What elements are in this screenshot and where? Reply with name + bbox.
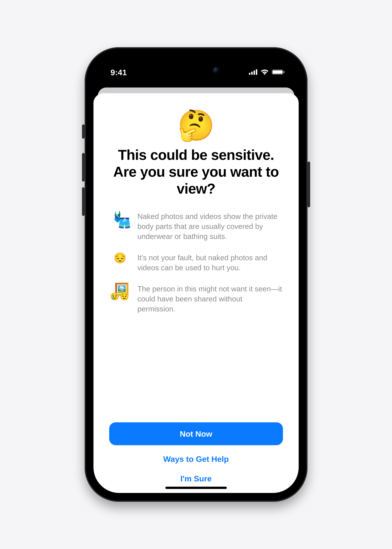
svg-rect-0 (249, 73, 250, 75)
dynamic-island (169, 62, 223, 78)
screen: 9:41 (93, 56, 299, 493)
status-time: 9:41 (111, 68, 127, 77)
side-button (308, 162, 310, 207)
svg-rect-1 (251, 72, 253, 75)
silent-switch (82, 124, 84, 139)
not-now-button[interactable]: Not Now (109, 422, 283, 445)
svg-rect-6 (284, 71, 285, 73)
sheet-title: This could be sensitive. Are you sure yo… (109, 146, 283, 197)
svg-rect-3 (256, 69, 257, 75)
svg-rect-2 (253, 70, 255, 75)
cellular-signal-icon (249, 69, 258, 75)
swimsuit-icon: 🩱 🩳 (110, 211, 130, 231)
bullet-text: The person in this might not want it see… (138, 284, 282, 314)
bullet-text: It's not your fault, but naked photos an… (138, 253, 282, 273)
pensive-face-icon: 😔 (110, 253, 130, 263)
iphone-frame: 9:41 (84, 47, 308, 502)
wifi-icon (261, 69, 269, 76)
volume-up-button (82, 153, 84, 182)
bullet-item: 🩱 🩳 Naked photos and videos show the pri… (110, 211, 282, 241)
im-sure-button[interactable]: I'm Sure (109, 473, 283, 484)
sensitive-content-sheet: 🤔 This could be sensitive. Are you sure … (93, 93, 299, 493)
thinking-face-icon: 🤔 (109, 110, 283, 141)
battery-icon (272, 69, 285, 76)
home-indicator[interactable] (165, 487, 227, 489)
volume-down-button (82, 187, 84, 216)
svg-rect-5 (273, 70, 282, 74)
bullet-text: Naked photos and videos show the private… (138, 211, 282, 241)
ways-to-get-help-button[interactable]: Ways to Get Help (109, 453, 283, 465)
bullet-item: 🖼️ 😢 😟 The person in this might not want… (110, 284, 282, 314)
front-camera-icon (213, 67, 219, 73)
bullet-item: 😔 It's not your fault, but naked photos … (110, 253, 282, 273)
framed-picture-icon: 🖼️ 😢 😟 (110, 284, 130, 303)
